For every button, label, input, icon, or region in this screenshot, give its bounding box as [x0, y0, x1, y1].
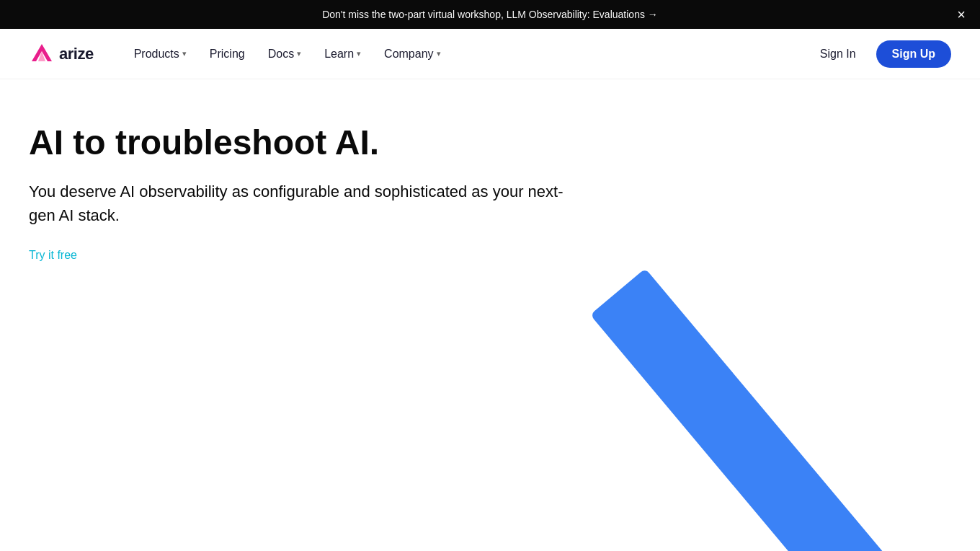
logo-text: arize	[59, 45, 94, 63]
hero-section: AI to troubleshoot AI. You deserve AI ob…	[0, 79, 980, 551]
hero-title: AI to troubleshoot AI.	[29, 123, 533, 162]
nav-learn-label: Learn	[324, 48, 354, 61]
nav-item-learn[interactable]: Learn ▾	[313, 42, 373, 66]
announcement-banner: Don't miss the two-part virtual workshop…	[0, 0, 980, 29]
hero-subtitle: You deserve AI observability as configur…	[29, 180, 569, 227]
nav-item-products[interactable]: Products ▾	[122, 42, 198, 66]
logo[interactable]: arize	[29, 41, 94, 67]
diagonal-bar	[590, 268, 923, 551]
nav-pricing-label: Pricing	[210, 48, 245, 61]
nav-company-label: Company	[384, 48, 433, 61]
chevron-down-icon-company: ▾	[437, 49, 441, 58]
nav-docs-label: Docs	[268, 48, 294, 61]
nav-links: Products ▾ Pricing Docs ▾ Learn ▾ Compan…	[122, 42, 814, 66]
sign-up-button[interactable]: Sign Up	[876, 40, 951, 68]
navbar: arize Products ▾ Pricing Docs ▾ Learn ▾ …	[0, 29, 980, 79]
chevron-down-icon-learn: ▾	[357, 49, 361, 58]
close-banner-button[interactable]: ×	[957, 7, 966, 22]
nav-actions: Sign In Sign Up	[814, 40, 951, 68]
try-free-link[interactable]: Try it free	[29, 249, 77, 262]
nav-item-company[interactable]: Company ▾	[373, 42, 452, 66]
banner-text[interactable]: Don't miss the two-part virtual workshop…	[322, 9, 658, 20]
sign-in-button[interactable]: Sign In	[814, 42, 862, 66]
hero-visual	[591, 205, 980, 551]
chevron-down-icon-docs: ▾	[297, 49, 301, 58]
chevron-down-icon: ▾	[182, 49, 187, 58]
nav-item-docs[interactable]: Docs ▾	[257, 42, 313, 66]
nav-item-pricing[interactable]: Pricing	[198, 42, 257, 66]
logo-icon	[29, 41, 55, 67]
nav-products-label: Products	[134, 48, 179, 61]
